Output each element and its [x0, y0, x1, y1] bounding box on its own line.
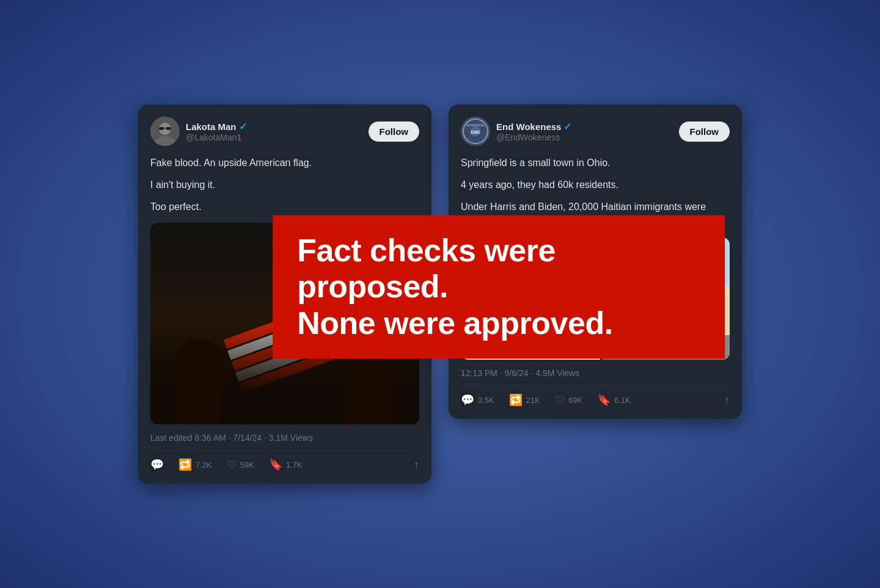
- action-like-right[interactable]: ♡ 69K: [555, 393, 582, 407]
- action-bookmark-right[interactable]: 🔖 6.1K: [597, 393, 631, 407]
- page-wrapper: Lakota Man ✓ @LakotaMan1 Follow Fake blo…: [138, 104, 742, 484]
- fact-check-line1: Fact checks were proposed.: [297, 232, 556, 304]
- action-retweet-right[interactable]: 🔁 21K: [509, 393, 540, 407]
- action-bookmark-left[interactable]: 🔖 1.7K: [269, 458, 302, 471]
- verified-badge-left: ✓: [239, 121, 247, 132]
- retweet-count-left: 7.2K: [196, 460, 212, 470]
- action-share-left[interactable]: ↑: [414, 459, 419, 471]
- svg-rect-3: [159, 127, 164, 130]
- account-info-left: Lakota Man ✓ @LakotaMan1: [186, 121, 247, 142]
- tweet-header-right: END WOKENESS End Wokeness ✓ @EndWokeness…: [461, 117, 730, 146]
- verified-badge-right: ✓: [563, 121, 571, 132]
- account-handle-left: @LakotaMan1: [186, 132, 247, 142]
- follow-button-left[interactable]: Follow: [369, 122, 420, 142]
- bookmark-icon-left: 🔖: [269, 458, 282, 471]
- svg-text:WOKENESS: WOKENESS: [467, 123, 485, 127]
- svg-text:END: END: [471, 130, 480, 134]
- retweet-count-right: 21K: [526, 396, 540, 405]
- fact-check-line2: None were approved.: [297, 305, 612, 341]
- account-name-left: Lakota Man ✓: [186, 121, 247, 132]
- reply-count-right: 3.5K: [478, 396, 494, 405]
- retweet-icon: 🔁: [178, 458, 192, 471]
- tweet-header-left-info: Lakota Man ✓ @LakotaMan1: [150, 117, 247, 146]
- action-reply-left[interactable]: 💬: [150, 458, 164, 471]
- avatar-lakota: [150, 117, 180, 146]
- account-info-right: End Wokeness ✓ @EndWokeness: [496, 121, 571, 142]
- tweet-header-right-info: END WOKENESS End Wokeness ✓ @EndWokeness: [461, 117, 571, 146]
- like-count-left: 59K: [240, 460, 254, 470]
- action-share-right[interactable]: ↑: [724, 394, 730, 407]
- reply-icon: 💬: [150, 458, 164, 471]
- svg-rect-4: [166, 127, 171, 130]
- like-icon-right: ♡: [555, 393, 565, 407]
- share-icon-left: ↑: [414, 459, 419, 471]
- action-retweet-left[interactable]: 🔁 7.2K: [178, 458, 212, 471]
- action-reply-right[interactable]: 💬 3.5K: [461, 393, 494, 407]
- tweet-meta-right: 12:13 PM · 9/6/24 · 4.9M Views: [461, 368, 730, 378]
- retweet-icon-right: 🔁: [509, 393, 522, 407]
- tweet-text-left: Fake blood. An upside American flag. I a…: [150, 156, 419, 214]
- share-icon-right: ↑: [724, 394, 730, 407]
- follow-button-right[interactable]: Follow: [679, 122, 730, 142]
- bookmark-count-left: 1.7K: [286, 460, 302, 470]
- avatar-end: END WOKENESS: [461, 117, 490, 146]
- tweet-actions-left: 💬 🔁 7.2K ♡ 59K 🔖 1.7K ↑: [150, 450, 419, 471]
- reply-icon-right: 💬: [461, 393, 474, 407]
- bookmark-count-right: 6.1K: [614, 396, 631, 405]
- tweet-para-2: I ain't buying it.: [150, 178, 419, 192]
- tweet-right-para-1: Springfield is a small town in Ohio.: [461, 156, 730, 170]
- like-count-right: 69K: [568, 396, 582, 405]
- account-handle-right: @EndWokeness: [496, 132, 571, 142]
- fact-check-text: Fact checks were proposed. None were app…: [297, 232, 700, 341]
- like-icon-left: ♡: [227, 458, 237, 471]
- account-name-right: End Wokeness ✓: [496, 121, 571, 132]
- tweet-header-left: Lakota Man ✓ @LakotaMan1 Follow: [150, 117, 419, 146]
- fact-check-banner: Fact checks were proposed. None were app…: [273, 215, 725, 358]
- bookmark-icon-right: 🔖: [597, 393, 610, 407]
- tweet-right-para-2: 4 years ago, they had 60k residents.: [461, 178, 730, 192]
- tweet-para-3: Too perfect.: [150, 200, 419, 214]
- tweet-para-1: Fake blood. An upside American flag.: [150, 156, 419, 170]
- tweet-meta-left: Last edited 8:36 AM · 7/14/24 · 3.1M Vie…: [150, 433, 419, 443]
- action-like-left[interactable]: ♡ 59K: [227, 458, 254, 471]
- tweet-actions-right: 💬 3.5K 🔁 21K ♡ 69K 🔖 6.1K ↑: [461, 385, 730, 407]
